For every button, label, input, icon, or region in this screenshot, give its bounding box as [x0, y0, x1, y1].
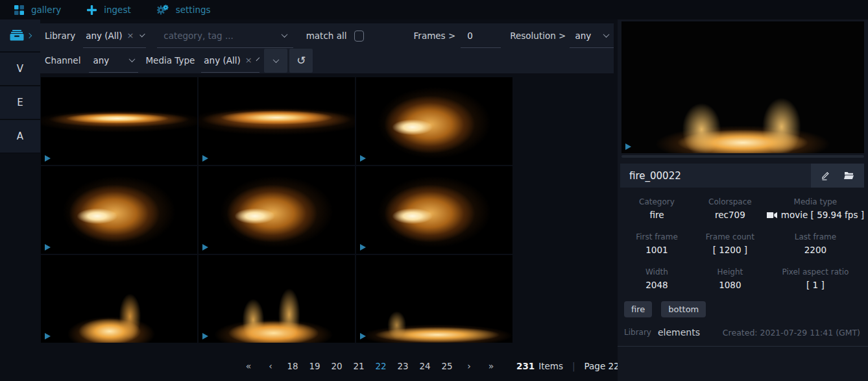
meta-field-width: Width 2048	[620, 267, 693, 290]
thumbnail[interactable]	[199, 255, 355, 343]
panel-divider	[618, 346, 868, 347]
frames-filter-label: Frames >	[414, 31, 456, 41]
video-camera-icon	[767, 212, 777, 219]
play-icon[interactable]	[202, 155, 208, 162]
thumbnail[interactable]	[41, 166, 197, 254]
page-link[interactable]: 24	[419, 361, 431, 371]
tag-pill[interactable]: fire	[624, 301, 652, 317]
chevron-down-icon	[256, 57, 259, 61]
library-info-row: Library elements Created: 2021-07-29 11:…	[624, 327, 860, 338]
thumbnail[interactable]	[356, 166, 512, 254]
media-type-text: movie [ 59.94 fps ]	[781, 210, 864, 220]
frames-filter-box	[461, 23, 501, 48]
page-link[interactable]: 23	[397, 361, 409, 371]
page-link[interactable]: 18	[287, 361, 298, 371]
page-link-current[interactable]: 22	[375, 361, 387, 371]
items-count-label: Items	[538, 361, 563, 371]
gears-icon	[157, 5, 169, 15]
left-sidebar: V E A	[0, 19, 40, 154]
play-icon[interactable]	[202, 333, 208, 339]
chevron-down-icon	[272, 56, 279, 63]
meta-value: 2048	[620, 280, 693, 290]
details-panel: fire_00022 Category fire Colorspace rec7…	[618, 19, 868, 381]
filter-row-2: Channel any Media Type any (All) × ↺	[40, 48, 614, 73]
meta-label: Height	[693, 267, 767, 277]
preview-scrubber[interactable]	[621, 155, 864, 158]
meta-field-pixel-aspect-ratio: Pixel aspect ratio [ 1 ]	[767, 267, 864, 290]
frames-filter-input[interactable]	[467, 31, 500, 41]
sidebar-item-a[interactable]: A	[0, 120, 40, 154]
play-icon[interactable]	[360, 244, 366, 251]
meta-field-first-frame: First frame 1001	[620, 232, 693, 255]
meta-label: Last frame	[767, 232, 864, 241]
meta-label: Category	[620, 197, 693, 206]
thumbnail[interactable]	[356, 255, 512, 343]
meta-value: movie [ 59.94 fps ]	[767, 210, 864, 220]
refresh-button[interactable]: ↺	[289, 49, 313, 73]
play-icon[interactable]	[625, 143, 631, 150]
thumbnail[interactable]	[199, 166, 355, 254]
thumbnail[interactable]	[199, 77, 355, 165]
play-icon[interactable]	[360, 333, 366, 339]
chevron-down-icon	[139, 32, 145, 37]
thumbnail[interactable]	[41, 77, 197, 165]
meta-label: Pixel aspect ratio	[767, 267, 864, 277]
tag-search-input[interactable]	[163, 31, 282, 41]
tab-settings[interactable]: settings	[157, 5, 211, 15]
channel-filter-select[interactable]: any	[89, 48, 138, 73]
channel-filter-value: any	[93, 55, 109, 66]
library-label: Library	[624, 328, 651, 337]
sidebar-item-e[interactable]: E	[0, 86, 40, 120]
page-link[interactable]: 20	[331, 361, 343, 371]
thumbnail[interactable]	[41, 255, 197, 343]
asset-preview[interactable]	[621, 21, 864, 153]
tab-gallery-label: gallery	[31, 5, 61, 15]
next-page-button[interactable]: ›	[463, 361, 475, 371]
play-icon[interactable]	[45, 244, 51, 251]
chevron-down-icon	[603, 31, 610, 38]
clear-library-filter-icon[interactable]: ×	[127, 31, 134, 40]
extra-filter-dropdown-button[interactable]	[264, 49, 287, 73]
thumbnail[interactable]	[356, 77, 512, 165]
resolution-filter-value: any	[575, 31, 591, 41]
tab-ingest-label: ingest	[104, 5, 131, 15]
page-link[interactable]: 21	[353, 361, 365, 371]
library-drawer-button[interactable]	[0, 19, 40, 53]
play-icon[interactable]	[360, 155, 366, 162]
open-folder-button[interactable]	[844, 171, 854, 180]
clear-media-type-filter-icon[interactable]: ×	[245, 55, 252, 65]
asset-actions	[811, 164, 864, 188]
meta-label: First frame	[620, 232, 693, 241]
media-type-filter-select[interactable]: any (All) ×	[201, 48, 259, 73]
top-nav: gallery ingest settings	[0, 0, 868, 19]
created-timestamp: Created: 2021-07-29 11:41 (GMT)	[723, 328, 860, 338]
library-filter-label: Library	[45, 31, 75, 41]
page-link[interactable]: 19	[309, 361, 320, 371]
chevron-down-icon[interactable]	[281, 31, 287, 38]
play-icon[interactable]	[45, 333, 51, 339]
meta-value: [ 1 ]	[767, 280, 864, 290]
tag-pill[interactable]: bottom	[661, 301, 706, 317]
tab-gallery[interactable]: gallery	[14, 5, 61, 15]
tag-search-box	[157, 23, 293, 48]
channel-filter-label: Channel	[45, 55, 80, 66]
tab-ingest[interactable]: ingest	[87, 5, 131, 15]
meta-label: Frame count	[693, 232, 767, 241]
meta-label: Colorspace	[693, 197, 767, 206]
last-page-button[interactable]: »	[485, 361, 497, 371]
sidebar-item-v[interactable]: V	[0, 53, 40, 86]
meta-label: Media type	[767, 197, 864, 206]
match-all-checkbox[interactable]	[354, 31, 363, 42]
edit-button[interactable]	[821, 171, 830, 180]
first-page-button[interactable]: «	[243, 361, 254, 371]
play-icon[interactable]	[202, 244, 208, 251]
page-link[interactable]: 25	[441, 361, 453, 371]
library-filter-select[interactable]: any (All) ×	[83, 23, 146, 48]
play-icon[interactable]	[45, 155, 51, 162]
meta-value: 1001	[620, 245, 693, 255]
prev-page-button[interactable]: ‹	[265, 361, 276, 371]
meta-field-colorspace: Colorspace rec709	[693, 197, 767, 220]
media-type-filter-value: any (All)	[204, 55, 240, 66]
grid-icon	[14, 5, 24, 15]
resolution-filter-select[interactable]: any	[570, 23, 614, 48]
